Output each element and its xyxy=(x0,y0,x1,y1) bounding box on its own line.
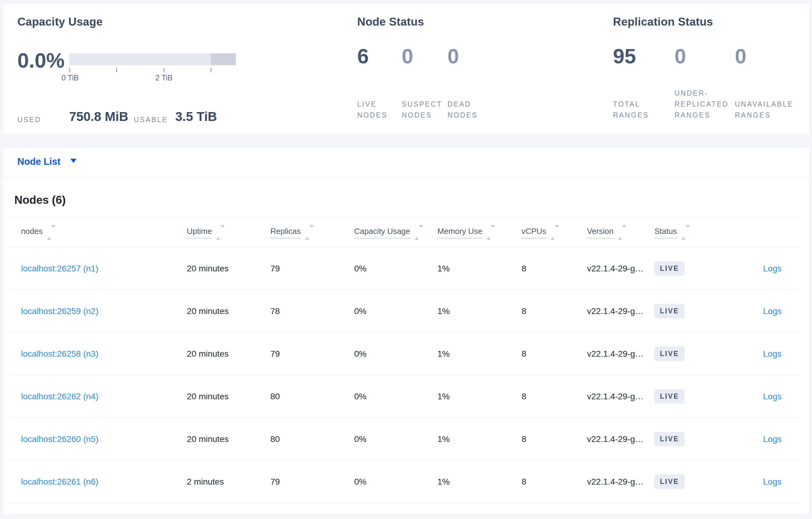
node-list-dropdown[interactable]: Node List xyxy=(18,156,77,167)
status-cell: LIVE xyxy=(655,418,720,460)
column-header-replicas[interactable]: Replicas xyxy=(270,218,354,247)
dead-nodes-metric: 0 DEAD NODES xyxy=(447,45,459,121)
uptime-cell: 20 minutes xyxy=(187,418,270,460)
used-label: USED xyxy=(18,114,41,125)
column-header-version[interactable]: Version xyxy=(587,218,655,247)
capacity-usage-title: Capacity Usage xyxy=(18,16,103,28)
column-header-capacity-usage[interactable]: Capacity Usage xyxy=(354,218,437,247)
node-link[interactable]: localhost:26260 (n5) xyxy=(21,434,98,444)
replicas-cell: 79 xyxy=(270,460,354,503)
column-header-logs xyxy=(720,218,799,247)
logs-link[interactable]: Logs xyxy=(763,349,782,359)
total-ranges-metric: 95 TOTAL RANGES xyxy=(613,45,636,121)
replicas-cell: 79 xyxy=(270,247,354,290)
summary-panel: Capacity Usage 0.0% 0 TiB 2 TiB USED 750… xyxy=(2,3,810,134)
column-header-memory-use[interactable]: Memory Use xyxy=(437,218,522,247)
vcpus-cell: 8 xyxy=(522,460,587,503)
sort-icon xyxy=(305,228,314,237)
table-row: localhost:26262 (n4) 20 minutes 80 0% 1%… xyxy=(9,375,799,418)
status-badge: LIVE xyxy=(655,346,685,361)
status-cell: LIVE xyxy=(655,460,720,503)
dead-nodes-label: DEAD NODES xyxy=(447,99,498,121)
status-badge: LIVE xyxy=(655,432,685,446)
status-cell: LIVE xyxy=(655,375,720,418)
table-row: localhost:26261 (n6) 2 minutes 79 0% 1% … xyxy=(9,460,799,503)
capacity-gauge-dark-segment xyxy=(211,53,236,65)
replicas-cell: 79 xyxy=(270,333,354,375)
suspect-nodes-label: SUSPECT NODES xyxy=(402,99,452,121)
node-list-dropdown-label: Node List xyxy=(18,156,60,167)
replicas-cell: 78 xyxy=(270,290,354,333)
live-nodes-metric: 6 LIVE NODES xyxy=(357,45,369,121)
uptime-cell: 20 minutes xyxy=(187,247,270,290)
under-replicated-ranges-count: 0 xyxy=(674,45,686,67)
gauge-tick-1 xyxy=(116,68,117,72)
live-nodes-label: LIVE NODES xyxy=(357,99,408,121)
sort-icon xyxy=(681,228,690,237)
status-cell: LIVE xyxy=(655,247,720,290)
column-header-nodes[interactable]: nodes xyxy=(9,218,187,247)
chevron-down-icon xyxy=(70,159,77,163)
sort-icon xyxy=(550,228,559,237)
logs-link[interactable]: Logs xyxy=(763,306,782,316)
gauge-tick-0 xyxy=(69,68,70,72)
capacity-usage-cell: 0% xyxy=(354,460,437,503)
sort-icon xyxy=(414,228,423,237)
column-header-status[interactable]: Status xyxy=(655,218,720,247)
unavailable-ranges-label: UNAVAILABLE RANGES xyxy=(735,99,807,121)
version-cell: v22.1.4-29-g… xyxy=(587,418,655,460)
logs-link[interactable]: Logs xyxy=(763,392,782,401)
status-cell: LIVE xyxy=(655,290,720,333)
under-replicated-ranges-metric: 0 UNDER-REPLICATED RANGES xyxy=(674,45,686,121)
status-cell: LIVE xyxy=(655,333,720,375)
uptime-cell: 20 minutes xyxy=(187,333,270,375)
replication-status-title: Replication Status xyxy=(613,16,713,28)
node-link[interactable]: localhost:26257 (n1) xyxy=(21,264,98,273)
unavailable-ranges-metric: 0 UNAVAILABLE RANGES xyxy=(735,45,747,121)
column-header-vcpus[interactable]: vCPUs xyxy=(522,218,587,247)
gauge-tick-label-0tib: 0 TiB xyxy=(62,73,79,82)
status-badge: LIVE xyxy=(655,475,685,489)
table-row: localhost:26257 (n1) 20 minutes 79 0% 1%… xyxy=(9,247,799,290)
table-row: localhost:26258 (n3) 20 minutes 79 0% 1%… xyxy=(9,333,799,375)
node-list-bar: Node List xyxy=(2,147,810,178)
nodes-table-panel: Nodes (6) nodes Uptime Replicas Capacity… xyxy=(2,178,810,515)
table-row: localhost:26260 (n5) 20 minutes 80 0% 1%… xyxy=(9,418,799,460)
logs-link[interactable]: Logs xyxy=(763,264,782,273)
memory-use-cell: 1% xyxy=(437,333,522,375)
uptime-cell: 20 minutes xyxy=(187,290,270,333)
node-link[interactable]: localhost:26262 (n4) xyxy=(21,392,98,401)
version-cell: v22.1.4-29-g… xyxy=(587,375,655,418)
nodes-table: nodes Uptime Replicas Capacity Usage Mem… xyxy=(9,218,799,503)
capacity-usage-cell: 0% xyxy=(354,375,437,418)
version-cell: v22.1.4-29-g… xyxy=(587,333,655,375)
node-link[interactable]: localhost:26259 (n2) xyxy=(21,306,98,316)
total-ranges-count: 95 xyxy=(613,45,636,67)
sort-icon xyxy=(216,228,225,237)
table-header-row: nodes Uptime Replicas Capacity Usage Mem… xyxy=(9,218,799,247)
sort-icon xyxy=(47,228,56,237)
capacity-usage-cell: 0% xyxy=(354,247,437,290)
logs-link[interactable]: Logs xyxy=(763,477,782,486)
usable-label: USABLE xyxy=(134,114,168,125)
memory-use-cell: 1% xyxy=(437,460,522,503)
status-badge: LIVE xyxy=(655,389,685,403)
sort-icon xyxy=(487,228,495,237)
capacity-percent-value: 0.0% xyxy=(18,49,65,72)
logs-link[interactable]: Logs xyxy=(763,434,782,444)
version-cell: v22.1.4-29-g… xyxy=(587,247,655,290)
node-link[interactable]: localhost:26261 (n6) xyxy=(21,477,98,486)
memory-use-cell: 1% xyxy=(437,247,522,290)
capacity-usage-cell: 0% xyxy=(354,290,437,333)
node-link[interactable]: localhost:26258 (n3) xyxy=(21,349,98,359)
column-header-uptime[interactable]: Uptime xyxy=(187,218,270,247)
node-status-title: Node Status xyxy=(357,16,424,28)
gauge-tick-label-2tib: 2 TiB xyxy=(155,73,173,82)
status-badge: LIVE xyxy=(655,304,685,318)
replicas-cell: 80 xyxy=(270,418,354,460)
memory-use-cell: 1% xyxy=(437,418,522,460)
version-cell: v22.1.4-29-g… xyxy=(587,460,655,503)
vcpus-cell: 8 xyxy=(522,375,587,418)
uptime-cell: 20 minutes xyxy=(187,375,270,418)
used-value: 750.8 MiB xyxy=(69,109,128,124)
